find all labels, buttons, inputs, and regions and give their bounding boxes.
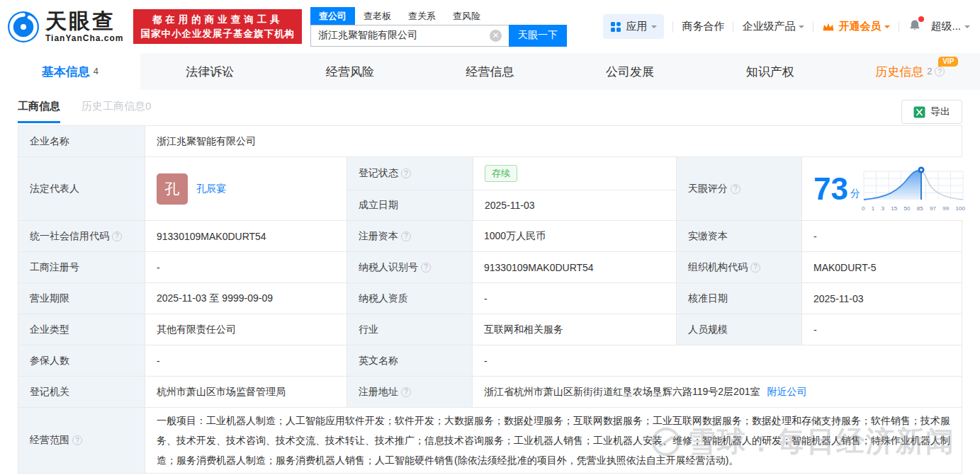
status-value-cell: 存续	[473, 157, 677, 190]
search-input[interactable]	[310, 25, 509, 47]
legal-rep-label: 法定代表人	[18, 157, 145, 220]
registration-authority-value: 杭州市萧山区市场监督管理局	[145, 377, 347, 407]
search-tabs: 查公司 查老板 查关系 查风险	[310, 7, 567, 25]
logo-title: 天眼查	[45, 11, 123, 32]
tab-operation-risk[interactable]: 经营风险	[280, 53, 420, 90]
menu-open-vip[interactable]: 开通会员	[822, 20, 890, 33]
insured-count-value: -	[145, 345, 347, 376]
registered-address-value: 浙江省杭州市萧山区新街街道红垦农场垦辉六路119号2层201室 附近公司	[472, 377, 962, 407]
staff-size-value: -	[801, 314, 962, 345]
clear-search-icon[interactable]: ✕	[490, 30, 502, 42]
taxpayer-qualification-value: -	[472, 283, 676, 314]
logo-swirl-icon	[7, 11, 40, 43]
legal-rep-avatar[interactable]: 孔	[157, 173, 188, 205]
legal-rep-cell: 孔 孔辰宴	[145, 157, 347, 220]
help-icon[interactable]: ?	[750, 263, 760, 273]
status-badge: 存续	[485, 165, 517, 182]
menu-enterprise-products[interactable]: 企业级产品	[742, 20, 804, 33]
crown-icon	[822, 21, 835, 33]
industry-value: 互联网和相关服务	[472, 314, 676, 345]
table-row: 法定代表人 孔 孔辰宴 登记状态 ? 存续 成立日期 2025-11-03	[18, 156, 962, 220]
menu-business-cooperation[interactable]: 商务合作	[682, 20, 724, 33]
registration-number-value: -	[145, 252, 347, 282]
tab-legal-litigation[interactable]: 法律诉讼	[140, 53, 281, 90]
table-row: 参保人数 - 英文名称 -	[18, 345, 962, 376]
registered-capital-label: 注册资本 ?	[347, 221, 472, 251]
tab-history-info[interactable]: VIP 历史信息 2 ?	[840, 53, 980, 90]
subtab-business-info[interactable]: 工商信息	[18, 100, 60, 123]
score-axis: 0131550859799100	[860, 205, 967, 212]
staff-size-label: 人员规模	[676, 314, 801, 345]
legal-rep-link[interactable]: 孔辰宴	[196, 183, 226, 195]
help-icon[interactable]: ?	[401, 168, 411, 178]
industry-label: 行业	[347, 314, 472, 345]
company-name-value: 浙江兆聚智能有限公司	[145, 126, 962, 156]
credit-code-value: 91330109MAK0DURT54	[145, 221, 347, 251]
section-navbar: 基本信息 4 法律诉讼 经营风险 经营信息 公司发展 知识产权 VIP 历史信息…	[0, 53, 980, 90]
company-info-table: 企业名称 浙江兆聚智能有限公司 法定代表人 孔 孔辰宴 登记状态 ? 存续	[18, 125, 962, 474]
score-unit: 分	[850, 188, 860, 202]
score-curve	[860, 166, 967, 202]
taxpayer-id-label: 纳税人识别号 ?	[347, 252, 472, 282]
tianyancha-page: 天眼查 TianYanCha.com 都在用的商业查询工具 国家中小企业发展子基…	[0, 0, 980, 475]
brand-banner: 都在用的商业查询工具 国家中小企业发展子基金旗下机构	[133, 9, 302, 44]
help-icon[interactable]: ?	[731, 184, 740, 194]
tab-operation-info[interactable]: 经营信息	[420, 53, 561, 90]
registration-number-label: 工商注册号	[18, 252, 145, 282]
tab-basic-info[interactable]: 基本信息 4	[0, 53, 140, 90]
approval-date-value: 2025-11-03	[801, 283, 962, 314]
export-button[interactable]: 导出	[901, 100, 962, 124]
paid-in-capital-label: 实缴资本	[676, 221, 801, 251]
search-tab-company[interactable]: 查公司	[310, 7, 355, 25]
business-scope-value: 一般项目：工业机器人制造；人工智能应用软件开发；软件开发；大数据服务；数据处理服…	[145, 408, 962, 473]
tab-count: 4	[94, 66, 98, 76]
nearby-companies-link[interactable]: 附近公司	[767, 386, 806, 399]
company-type-value: 其他有限责任公司	[145, 314, 347, 345]
search-area: 查公司 查老板 查关系 查风险 ✕ 天眼一下	[310, 7, 567, 47]
subtab-row: 工商信息 历史工商信息0 导出	[18, 90, 962, 125]
tab-intellectual-property[interactable]: 知识产权	[700, 53, 840, 90]
apps-menu[interactable]: 应用	[603, 14, 664, 39]
approval-date-label: 核准日期	[676, 283, 801, 314]
credit-code-label: 统一社会信用代码 ?	[18, 221, 145, 251]
apps-grid-icon	[610, 21, 621, 33]
english-name-label: 英文名称	[347, 345, 472, 376]
notifications-bell[interactable]	[908, 18, 922, 35]
org-code-value: MAK0DURT-5	[801, 252, 962, 282]
org-code-label: 组织机构代码 ?	[676, 252, 801, 282]
score-cell: 73 分	[801, 157, 975, 220]
help-icon[interactable]: ?	[935, 67, 945, 76]
help-icon[interactable]: ?	[72, 435, 82, 445]
top-header: 天眼查 TianYanCha.com 都在用的商业查询工具 国家中小企业发展子基…	[0, 0, 980, 53]
tab-company-development[interactable]: 公司发展	[560, 53, 700, 90]
search-tab-relation[interactable]: 查关系	[400, 7, 444, 25]
chevron-down-icon	[651, 25, 657, 31]
taxpayer-qualification-label: 纳税人资质	[347, 283, 472, 314]
search-tab-risk[interactable]: 查风险	[444, 7, 489, 25]
help-icon[interactable]: ?	[401, 387, 411, 397]
logo-domain: TianYanCha.com	[45, 34, 123, 42]
menu-super-vip[interactable]: 超级...	[930, 20, 970, 33]
tab-count: 2	[927, 66, 932, 76]
tianyancha-logo[interactable]: 天眼查 TianYanCha.com	[7, 11, 123, 43]
registration-authority-label: 登记机关	[18, 377, 145, 407]
search-tab-boss[interactable]: 查老板	[355, 7, 400, 25]
search-button[interactable]: 天眼一下	[509, 25, 567, 47]
help-icon[interactable]: ?	[401, 231, 411, 241]
banner-line1: 都在用的商业查询工具	[140, 13, 295, 27]
table-row: 企业类型 其他有限责任公司 行业 互联网和相关服务 人员规模 -	[18, 314, 962, 345]
established-label-cell: 成立日期	[347, 190, 473, 220]
english-name-value: -	[472, 345, 962, 376]
help-icon[interactable]: ?	[112, 231, 122, 241]
paid-in-capital-value: -	[801, 221, 962, 251]
taxpayer-id-value: 91330109MAK0DURT54	[472, 252, 676, 282]
registered-address-label: 注册地址 ?	[347, 377, 472, 407]
business-term-label: 营业期限	[18, 283, 145, 314]
table-row: 营业期限 2025-11-03 至 9999-09-09 纳税人资质 - 核准日…	[18, 282, 962, 314]
company-name-label: 企业名称	[18, 126, 145, 156]
score-number: 73	[813, 175, 848, 203]
help-icon[interactable]: ?	[421, 263, 431, 273]
subtab-history-business-info[interactable]: 历史工商信息0	[81, 100, 151, 121]
score-label-cell: 天眼评分 ?	[676, 157, 801, 220]
table-row: 统一社会信用代码 ? 91330109MAK0DURT54 注册资本 ? 100…	[18, 220, 962, 251]
